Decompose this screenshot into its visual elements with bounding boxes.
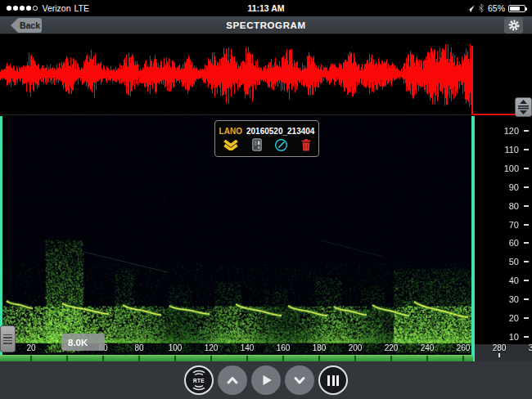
panel-divider — [0, 114, 532, 115]
chevron-down-icon — [291, 371, 309, 389]
freq-axis-label: 120 — [471, 125, 529, 137]
panel-resize-handle[interactable] — [515, 97, 532, 117]
play-icon — [257, 371, 275, 389]
species-details-button[interactable] — [223, 140, 239, 150]
freq-axis-label: 80 — [471, 200, 529, 212]
nav-bar: Back SPECTROGRAM — [0, 16, 532, 34]
waveform-canvas[interactable] — [0, 34, 473, 114]
freq-axis-label: 20 — [471, 312, 529, 324]
page-title: SPECTROGRAM — [0, 16, 532, 34]
next-button[interactable] — [285, 365, 314, 395]
recording-cursor[interactable] — [471, 46, 473, 114]
freq-axis-label: 40 — [471, 275, 529, 286]
time-axis-extension — [475, 344, 532, 361]
vertical-bars-icon — [327, 375, 339, 386]
previous-button[interactable] — [218, 365, 247, 395]
app-screen: Verizon LTE 11:13 AM 65% Back SPECTROGRA… — [0, 0, 532, 399]
freq-axis-label: 110 — [471, 144, 529, 155]
chevron-up-icon — [223, 371, 241, 389]
pause-button[interactable] — [318, 365, 348, 395]
gear-icon — [507, 19, 521, 32]
compass-icon — [274, 138, 288, 152]
compass-button[interactable] — [274, 138, 288, 152]
trash-icon — [301, 139, 311, 151]
delete-button[interactable] — [301, 139, 311, 151]
freq-axis-label: 100 — [471, 163, 529, 174]
waveform-panel — [0, 34, 532, 114]
selection-start-cursor[interactable] — [0, 116, 2, 355]
bluetooth-icon — [478, 3, 485, 13]
threshold-slider-handle[interactable] — [0, 325, 16, 352]
status-bar: Verizon LTE 11:13 AM 65% — [0, 0, 532, 16]
double-chevron-logo-icon — [223, 140, 239, 150]
selection-end-cursor[interactable] — [471, 116, 475, 361]
recording-popup: LANO 20160520_213404 — [214, 120, 319, 157]
freq-axis-label: 60 — [471, 237, 529, 249]
progress-bar[interactable] — [0, 355, 473, 361]
clock: 11:13 AM — [0, 0, 532, 16]
recorder-button[interactable] — [252, 138, 262, 151]
recorder-device-icon — [252, 138, 262, 151]
freq-axis-label: 50 — [471, 256, 529, 267]
species-code: LANO — [219, 127, 242, 136]
location-arrow-icon — [466, 4, 475, 13]
settings-button[interactable] — [504, 17, 523, 34]
popup-title: LANO 20160520_213404 — [215, 127, 318, 136]
frequency-tooltip[interactable]: 8.0K — [61, 334, 105, 351]
battery-icon — [508, 5, 525, 12]
freq-axis-label: 70 — [471, 219, 529, 231]
play-button[interactable] — [251, 365, 281, 395]
rte-label: RTE — [186, 367, 212, 393]
freq-axis-label: 30 — [471, 294, 529, 305]
battery-percent: 65% — [488, 3, 505, 13]
recording-id: 20160520_213404 — [246, 127, 314, 136]
split-handle-icon — [518, 100, 529, 114]
playback-toolbar: RTE — [0, 361, 532, 399]
freq-axis-label: 10 — [471, 331, 529, 343]
rte-mode-button[interactable]: RTE — [184, 365, 214, 395]
freq-axis-label: 90 — [471, 182, 529, 193]
